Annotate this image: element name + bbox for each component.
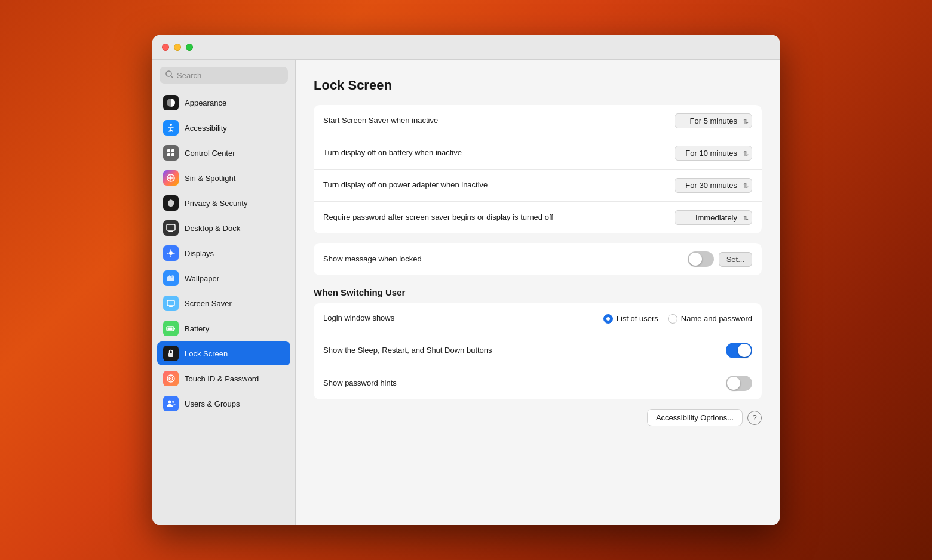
radio-name-label: Name and password <box>681 314 752 323</box>
set-button[interactable]: Set... <box>719 252 752 267</box>
sidebar-item-control-center[interactable]: Control Center <box>157 141 290 165</box>
display-adapter-label: Turn display off on power adapter when i… <box>323 180 675 190</box>
screen-saver-control: For 5 minutes Never 1 minute 2 minutes 1… <box>675 113 752 128</box>
svg-line-1 <box>171 76 173 78</box>
require-password-control: Immediately 5 seconds 1 minute 5 minutes… <box>675 210 752 225</box>
switching-user-card: Login window shows List of users Name an… <box>314 303 762 399</box>
radio-name-and-password[interactable]: Name and password <box>668 314 752 324</box>
close-button[interactable] <box>162 44 169 51</box>
search-box[interactable]: Search <box>160 67 288 84</box>
sidebar-label-touch-id: Touch ID & Password <box>185 374 259 383</box>
sidebar-label-desktop: Desktop & Dock <box>185 224 240 233</box>
screen-saver-stepper-wrapper: For 5 minutes Never 1 minute 2 minutes 1… <box>675 113 752 128</box>
show-message-toggle[interactable] <box>688 251 714 267</box>
svg-rect-4 <box>167 149 170 152</box>
sidebar-item-battery[interactable]: Battery <box>157 316 290 340</box>
sidebar-label-accessibility: Accessibility <box>185 124 227 133</box>
search-placeholder: Search <box>177 71 201 80</box>
traffic-lights <box>162 44 193 51</box>
svg-rect-7 <box>171 153 174 156</box>
password-hints-toggle-knob <box>727 377 740 390</box>
login-window-radio-group: List of users Name and password <box>603 314 752 324</box>
sidebar-label-wallpaper: Wallpaper <box>185 274 219 283</box>
display-adapter-row: Turn display off on power adapter when i… <box>314 170 762 202</box>
sidebar: Search Appearance Accessibility <box>152 60 296 525</box>
sleep-restart-toggle[interactable] <box>726 343 752 358</box>
radio-list-circle <box>603 314 613 324</box>
sidebar-item-privacy-security[interactable]: Privacy & Security <box>157 191 290 215</box>
right-panel: Lock Screen Start Screen Saver when inac… <box>296 60 780 525</box>
show-message-row: Show message when locked Set... <box>314 243 762 275</box>
screen-saver-label: Start Screen Saver when inactive <box>323 115 675 126</box>
login-window-row: Login window shows List of users Name an… <box>314 303 762 334</box>
require-password-stepper-wrapper: Immediately 5 seconds 1 minute 5 minutes… <box>675 210 752 225</box>
display-battery-select[interactable]: For 10 minutes 1 minute 2 minutes 5 minu… <box>675 146 752 161</box>
panel-title: Lock Screen <box>314 78 762 93</box>
accessibility-options-button[interactable]: Accessibility Options... <box>647 409 743 426</box>
maximize-button[interactable] <box>186 44 193 51</box>
sleep-restart-row: Show the Sleep, Restart, and Shut Down b… <box>314 334 762 367</box>
sidebar-item-displays[interactable]: Displays <box>157 241 290 265</box>
show-message-label: Show message when locked <box>323 254 688 264</box>
screen-timing-card: Start Screen Saver when inactive For 5 m… <box>314 105 762 233</box>
sidebar-item-desktop-dock[interactable]: Desktop & Dock <box>157 216 290 240</box>
sidebar-item-accessibility[interactable]: Accessibility <box>157 116 290 140</box>
display-adapter-control: For 30 minutes 1 minute 2 minutes 5 minu… <box>675 178 752 193</box>
svg-point-3 <box>170 124 172 126</box>
svg-rect-18 <box>168 353 173 357</box>
title-bar <box>152 35 780 60</box>
password-hints-toggle[interactable] <box>726 376 752 391</box>
svg-rect-5 <box>171 149 174 152</box>
desktop-icon <box>163 220 179 236</box>
sidebar-label-users-groups: Users & Groups <box>185 399 240 408</box>
display-battery-stepper-wrapper: For 10 minutes 1 minute 2 minutes 5 minu… <box>675 146 752 161</box>
radio-list-of-users[interactable]: List of users <box>603 314 658 324</box>
lock-screen-icon <box>163 346 179 361</box>
sidebar-item-lock-screen[interactable]: Lock Screen <box>157 341 290 365</box>
svg-rect-17 <box>168 328 173 330</box>
display-adapter-stepper-wrapper: For 30 minutes 1 minute 2 minutes 5 minu… <box>675 178 752 193</box>
svg-point-12 <box>171 275 174 278</box>
show-message-control: Set... <box>688 251 752 267</box>
require-password-row: Require password after screen saver begi… <box>314 202 762 233</box>
password-hints-row: Show password hints <box>314 367 762 399</box>
screen-saver-select[interactable]: For 5 minutes Never 1 minute 2 minutes 1… <box>675 113 752 128</box>
require-password-select[interactable]: Immediately 5 seconds 1 minute 5 minutes… <box>675 210 752 225</box>
sidebar-label-screen-saver: Screen Saver <box>185 299 232 308</box>
sidebar-label-control-center: Control Center <box>185 149 235 158</box>
svg-point-21 <box>170 378 171 379</box>
search-icon <box>165 70 173 80</box>
svg-point-22 <box>168 401 171 404</box>
privacy-icon <box>163 195 179 211</box>
sidebar-item-siri-spotlight[interactable]: Siri & Spotlight <box>157 166 290 190</box>
sidebar-item-touch-id[interactable]: Touch ID & Password <box>157 367 290 390</box>
sidebar-label-appearance: Appearance <box>185 99 226 107</box>
sleep-restart-label: Show the Sleep, Restart, and Shut Down b… <box>323 345 726 356</box>
login-window-label: Login window shows <box>323 313 603 324</box>
sidebar-label-battery: Battery <box>185 324 209 333</box>
sidebar-label-siri: Siri & Spotlight <box>185 174 235 183</box>
sidebar-item-wallpaper[interactable]: Wallpaper <box>157 266 290 290</box>
accessibility-icon <box>163 120 179 136</box>
display-battery-label: Turn display off on battery when inactiv… <box>323 147 675 158</box>
radio-name-circle <box>668 314 677 324</box>
display-battery-control: For 10 minutes 1 minute 2 minutes 5 minu… <box>675 146 752 161</box>
siri-icon <box>163 170 179 186</box>
display-adapter-select[interactable]: For 30 minutes 1 minute 2 minutes 5 minu… <box>675 178 752 193</box>
svg-rect-9 <box>167 224 175 230</box>
users-groups-icon <box>163 396 179 411</box>
displays-icon <box>163 245 179 261</box>
password-hints-label: Show password hints <box>323 378 726 389</box>
sleep-restart-control <box>726 343 752 358</box>
svg-point-23 <box>172 401 174 403</box>
main-content: Search Appearance Accessibility <box>152 60 780 525</box>
sidebar-label-lock-screen: Lock Screen <box>185 349 228 358</box>
sidebar-item-appearance[interactable]: Appearance <box>157 91 290 115</box>
sidebar-list: Appearance Accessibility Control Center <box>152 91 295 518</box>
show-message-toggle-knob <box>689 253 702 266</box>
sidebar-item-users-groups[interactable]: Users & Groups <box>157 392 290 416</box>
svg-rect-10 <box>168 231 173 232</box>
help-button[interactable]: ? <box>747 411 762 425</box>
sidebar-item-screen-saver[interactable]: Screen Saver <box>157 291 290 315</box>
minimize-button[interactable] <box>174 44 181 51</box>
